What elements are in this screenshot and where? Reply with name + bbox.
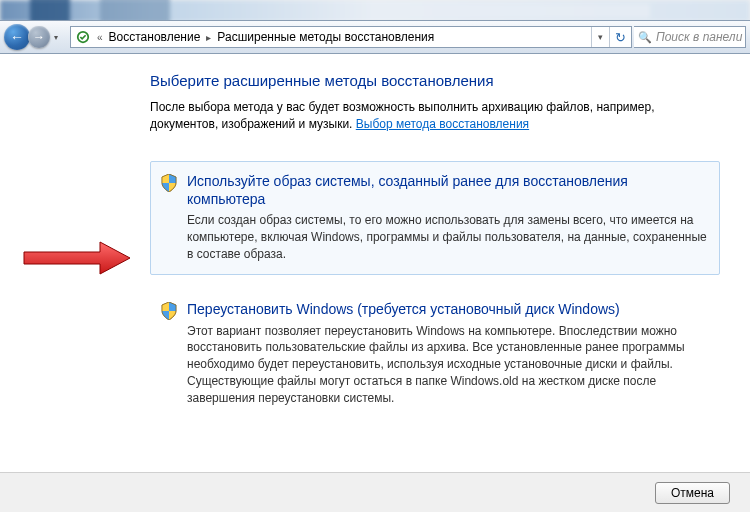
refresh-button[interactable]: ↻ [609, 27, 631, 47]
annotation-arrow-icon [22, 240, 132, 276]
navigation-bar: ← → ▾ « Восстановление ▸ Расширенные мет… [0, 20, 750, 54]
recovery-icon [74, 28, 92, 46]
history-dropdown[interactable]: ▾ [50, 33, 62, 42]
intro-paragraph: После выбора метода у вас будет возможно… [150, 99, 720, 133]
search-placeholder: Поиск в панели упра [656, 30, 746, 44]
arrow-left-icon: ← [10, 29, 24, 45]
option-title: Используйте образ системы, созданный ран… [187, 172, 707, 208]
shield-icon [161, 174, 177, 192]
option-description: Этот вариант позволяет переустановить Wi… [187, 323, 707, 407]
chevron-down-icon: ▾ [54, 33, 58, 42]
background-blur [0, 0, 750, 22]
page-heading: Выберите расширенные методы восстановлен… [150, 72, 720, 89]
forward-button[interactable]: → [28, 26, 50, 48]
intro-link[interactable]: Выбор метода восстановления [356, 117, 529, 131]
breadcrumb-prev[interactable]: « [95, 32, 105, 43]
shield-icon [161, 302, 177, 320]
address-bar[interactable]: « Восстановление ▸ Расширенные методы во… [70, 26, 632, 48]
chevron-down-icon: ▾ [598, 32, 603, 42]
breadcrumb-arrow-icon[interactable]: ▸ [204, 32, 213, 43]
breadcrumb-seg-1[interactable]: Восстановление [105, 30, 205, 44]
option-description: Если создан образ системы, то его можно … [187, 212, 707, 262]
breadcrumb-seg-2[interactable]: Расширенные методы восстановления [213, 30, 438, 44]
back-button[interactable]: ← [4, 24, 30, 50]
option-title: Переустановить Windows (требуется устано… [187, 300, 707, 318]
refresh-icon: ↻ [615, 30, 626, 45]
options-list: Используйте образ системы, созданный ран… [150, 161, 720, 420]
nav-arrows: ← → ▾ [4, 24, 62, 50]
option-system-image[interactable]: Используйте образ системы, созданный ран… [150, 161, 720, 276]
cancel-button[interactable]: Отмена [655, 482, 730, 504]
search-input[interactable]: 🔍 Поиск в панели упра [634, 26, 746, 48]
address-dropdown[interactable]: ▾ [591, 27, 609, 47]
search-icon: 🔍 [638, 31, 652, 44]
option-reinstall-windows[interactable]: Переустановить Windows (требуется устано… [150, 289, 720, 419]
arrow-right-icon: → [33, 30, 45, 44]
bottom-bar: Отмена [0, 472, 750, 512]
content-area: Выберите расширенные методы восстановлен… [0, 54, 750, 472]
